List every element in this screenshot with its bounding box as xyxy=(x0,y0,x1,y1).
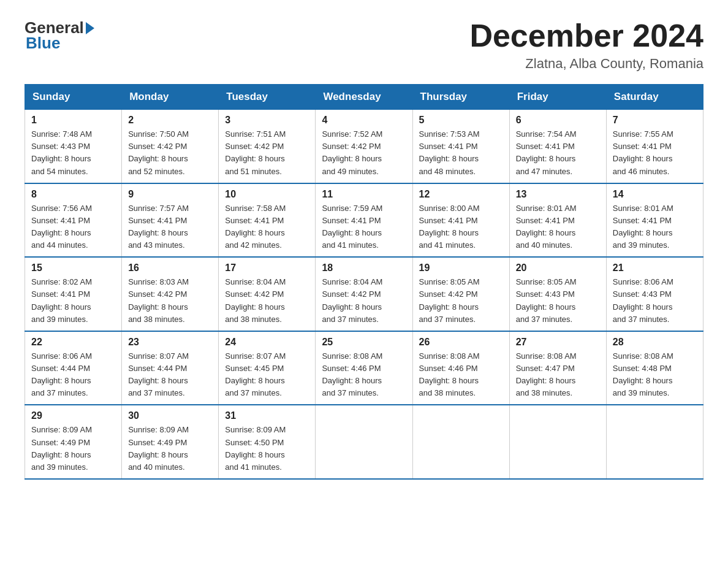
cell-day-number: 6 xyxy=(516,115,600,126)
cell-day-number: 5 xyxy=(419,115,503,126)
cell-day-number: 8 xyxy=(31,189,115,200)
table-row: 4 Sunrise: 7:52 AMSunset: 4:42 PMDayligh… xyxy=(316,110,412,183)
cell-info: Sunrise: 8:09 AMSunset: 4:49 PMDaylight:… xyxy=(31,424,115,473)
cell-day-number: 2 xyxy=(128,115,212,126)
table-row: 18 Sunrise: 8:04 AMSunset: 4:42 PMDaylig… xyxy=(316,257,412,331)
cell-info: Sunrise: 8:01 AMSunset: 4:41 PMDaylight:… xyxy=(516,202,600,252)
cell-info: Sunrise: 8:06 AMSunset: 4:43 PMDaylight:… xyxy=(613,276,697,326)
cell-info: Sunrise: 7:56 AMSunset: 4:41 PMDaylight:… xyxy=(31,202,115,252)
cell-info: Sunrise: 8:08 AMSunset: 4:46 PMDaylight:… xyxy=(419,350,503,400)
header-sunday: Sunday xyxy=(25,85,122,110)
table-row: 10 Sunrise: 7:58 AMSunset: 4:41 PMDaylig… xyxy=(219,183,316,258)
cell-day-number: 28 xyxy=(613,337,697,348)
calendar-body: 1 Sunrise: 7:48 AMSunset: 4:43 PMDayligh… xyxy=(25,110,703,479)
cell-day-number: 18 xyxy=(322,262,406,274)
table-row xyxy=(509,405,606,479)
cell-info: Sunrise: 8:03 AMSunset: 4:42 PMDaylight:… xyxy=(128,276,212,326)
table-row: 20 Sunrise: 8:05 AMSunset: 4:43 PMDaylig… xyxy=(509,257,606,331)
table-row: 13 Sunrise: 8:01 AMSunset: 4:41 PMDaylig… xyxy=(509,183,606,258)
calendar-week-row: 22 Sunrise: 8:06 AMSunset: 4:44 PMDaylig… xyxy=(25,331,703,405)
calendar-header-row: Sunday Monday Tuesday Wednesday Thursday… xyxy=(25,85,703,110)
table-row: 5 Sunrise: 7:53 AMSunset: 4:41 PMDayligh… xyxy=(412,110,509,183)
table-row: 19 Sunrise: 8:05 AMSunset: 4:42 PMDaylig… xyxy=(412,257,509,331)
table-row: 3 Sunrise: 7:51 AMSunset: 4:42 PMDayligh… xyxy=(219,110,316,183)
table-row: 2 Sunrise: 7:50 AMSunset: 4:42 PMDayligh… xyxy=(122,110,219,183)
calendar-title: December 2024 xyxy=(469,18,703,53)
cell-day-number: 29 xyxy=(31,410,115,421)
cell-day-number: 24 xyxy=(225,337,309,348)
header-tuesday: Tuesday xyxy=(219,85,316,110)
calendar-week-row: 15 Sunrise: 8:02 AMSunset: 4:41 PMDaylig… xyxy=(25,257,703,331)
cell-day-number: 16 xyxy=(128,262,212,274)
calendar-subtitle: Zlatna, Alba County, Romania xyxy=(469,56,703,72)
cell-day-number: 12 xyxy=(419,189,503,200)
header-monday: Monday xyxy=(122,85,219,110)
table-row: 28 Sunrise: 8:08 AMSunset: 4:48 PMDaylig… xyxy=(606,331,703,405)
cell-info: Sunrise: 8:01 AMSunset: 4:41 PMDaylight:… xyxy=(613,202,697,252)
cell-day-number: 17 xyxy=(225,262,309,274)
table-row: 14 Sunrise: 8:01 AMSunset: 4:41 PMDaylig… xyxy=(606,183,703,258)
table-row: 27 Sunrise: 8:08 AMSunset: 4:47 PMDaylig… xyxy=(509,331,606,405)
logo: General Blue xyxy=(25,18,96,53)
cell-day-number: 27 xyxy=(516,337,600,348)
table-row: 31 Sunrise: 8:09 AMSunset: 4:50 PMDaylig… xyxy=(219,405,316,479)
cell-day-number: 4 xyxy=(322,115,406,126)
cell-day-number: 26 xyxy=(419,337,503,348)
table-row xyxy=(606,405,703,479)
table-row: 25 Sunrise: 8:08 AMSunset: 4:46 PMDaylig… xyxy=(316,331,412,405)
table-row: 8 Sunrise: 7:56 AMSunset: 4:41 PMDayligh… xyxy=(25,183,122,258)
table-row: 24 Sunrise: 8:07 AMSunset: 4:45 PMDaylig… xyxy=(219,331,316,405)
logo-arrow-icon xyxy=(86,22,94,34)
table-row: 21 Sunrise: 8:06 AMSunset: 4:43 PMDaylig… xyxy=(606,257,703,331)
cell-day-number: 11 xyxy=(322,189,406,200)
header-saturday: Saturday xyxy=(606,85,703,110)
cell-info: Sunrise: 8:05 AMSunset: 4:42 PMDaylight:… xyxy=(419,276,503,326)
calendar-table: Sunday Monday Tuesday Wednesday Thursday… xyxy=(25,84,703,480)
cell-info: Sunrise: 7:55 AMSunset: 4:41 PMDaylight:… xyxy=(613,128,697,178)
table-row: 29 Sunrise: 8:09 AMSunset: 4:49 PMDaylig… xyxy=(25,405,122,479)
cell-info: Sunrise: 7:51 AMSunset: 4:42 PMDaylight:… xyxy=(225,128,309,178)
calendar-header: Sunday Monday Tuesday Wednesday Thursday… xyxy=(25,85,703,110)
header-friday: Friday xyxy=(509,85,606,110)
cell-day-number: 31 xyxy=(225,410,309,421)
cell-info: Sunrise: 7:50 AMSunset: 4:42 PMDaylight:… xyxy=(128,128,212,178)
cell-day-number: 15 xyxy=(31,262,115,274)
cell-info: Sunrise: 7:54 AMSunset: 4:41 PMDaylight:… xyxy=(516,128,600,178)
table-row: 1 Sunrise: 7:48 AMSunset: 4:43 PMDayligh… xyxy=(25,110,122,183)
table-row: 23 Sunrise: 8:07 AMSunset: 4:44 PMDaylig… xyxy=(122,331,219,405)
cell-info: Sunrise: 8:04 AMSunset: 4:42 PMDaylight:… xyxy=(322,276,406,326)
cell-day-number: 20 xyxy=(516,262,600,274)
table-row: 7 Sunrise: 7:55 AMSunset: 4:41 PMDayligh… xyxy=(606,110,703,183)
cell-info: Sunrise: 8:08 AMSunset: 4:46 PMDaylight:… xyxy=(322,350,406,400)
cell-day-number: 3 xyxy=(225,115,309,126)
table-row: 30 Sunrise: 8:09 AMSunset: 4:49 PMDaylig… xyxy=(122,405,219,479)
cell-info: Sunrise: 8:02 AMSunset: 4:41 PMDaylight:… xyxy=(31,276,115,326)
cell-info: Sunrise: 7:57 AMSunset: 4:41 PMDaylight:… xyxy=(128,202,212,252)
cell-day-number: 19 xyxy=(419,262,503,274)
cell-info: Sunrise: 7:53 AMSunset: 4:41 PMDaylight:… xyxy=(419,128,503,178)
cell-info: Sunrise: 8:08 AMSunset: 4:47 PMDaylight:… xyxy=(516,350,600,400)
cell-info: Sunrise: 8:04 AMSunset: 4:42 PMDaylight:… xyxy=(225,276,309,326)
cell-day-number: 25 xyxy=(322,337,406,348)
table-row: 12 Sunrise: 8:00 AMSunset: 4:41 PMDaylig… xyxy=(412,183,509,258)
cell-info: Sunrise: 7:58 AMSunset: 4:41 PMDaylight:… xyxy=(225,202,309,252)
cell-day-number: 21 xyxy=(613,262,697,274)
cell-info: Sunrise: 7:59 AMSunset: 4:41 PMDaylight:… xyxy=(322,202,406,252)
cell-info: Sunrise: 8:06 AMSunset: 4:44 PMDaylight:… xyxy=(31,350,115,400)
cell-info: Sunrise: 7:48 AMSunset: 4:43 PMDaylight:… xyxy=(31,128,115,178)
cell-info: Sunrise: 7:52 AMSunset: 4:42 PMDaylight:… xyxy=(322,128,406,178)
cell-info: Sunrise: 8:00 AMSunset: 4:41 PMDaylight:… xyxy=(419,202,503,252)
table-row xyxy=(412,405,509,479)
cell-day-number: 14 xyxy=(613,189,697,200)
logo-blue-text: Blue xyxy=(26,34,60,53)
calendar-week-row: 29 Sunrise: 8:09 AMSunset: 4:49 PMDaylig… xyxy=(25,405,703,479)
cell-day-number: 13 xyxy=(516,189,600,200)
cell-day-number: 23 xyxy=(128,337,212,348)
header-thursday: Thursday xyxy=(412,85,509,110)
cell-day-number: 30 xyxy=(128,410,212,421)
table-row xyxy=(316,405,412,479)
cell-info: Sunrise: 8:07 AMSunset: 4:44 PMDaylight:… xyxy=(128,350,212,400)
calendar-week-row: 1 Sunrise: 7:48 AMSunset: 4:43 PMDayligh… xyxy=(25,110,703,183)
cell-day-number: 22 xyxy=(31,337,115,348)
table-row: 9 Sunrise: 7:57 AMSunset: 4:41 PMDayligh… xyxy=(122,183,219,258)
